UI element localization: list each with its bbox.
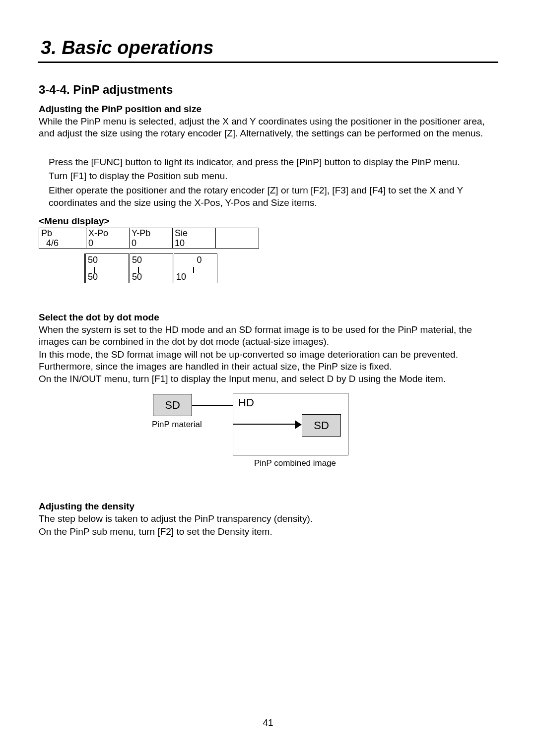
connector-line <box>192 405 233 406</box>
arrow-line <box>233 424 297 425</box>
menu-limit: 50 <box>88 272 127 282</box>
menu-limit: 50 <box>88 255 127 265</box>
menu-cell: 10 <box>175 238 185 248</box>
adjust-pos-body: While the PinP menu is selected, adjust … <box>38 116 498 139</box>
hd-label: HD <box>238 396 254 409</box>
menu-cell: Sie <box>175 228 188 238</box>
density-p1: The step below is taken to adjust the Pi… <box>38 513 498 525</box>
menu-cell: X-Po <box>88 228 108 238</box>
dbd-p1: When the system is set to the HD mode an… <box>38 324 498 348</box>
menu-limit: 0 <box>176 255 215 265</box>
density-heading: Adjusting the density <box>38 501 498 512</box>
step-3: Either operate the positioner and the ro… <box>49 185 498 209</box>
dbd-p2: In this mode, the SD format image will n… <box>38 349 498 373</box>
page-number: 41 <box>0 717 536 728</box>
menu-limit: 10 <box>176 272 215 282</box>
pinp-material-label: PinP material <box>152 420 202 430</box>
sd-source-box: SD <box>153 394 192 416</box>
step-1: Press the [FUNC] button to light its ind… <box>49 156 498 169</box>
step-2: Turn [F1] to display the Position sub me… <box>49 170 498 183</box>
dbd-heading: Select the dot by dot mode <box>38 312 498 323</box>
menu-cell: 0 <box>132 238 136 248</box>
dbd-p3: On the IN/OUT menu, turn [F1] to display… <box>38 373 498 385</box>
menu-limit: 50 <box>132 272 171 282</box>
menu-display-label: <Menu display> <box>38 216 498 227</box>
menu-cell: Pb <box>41 228 52 238</box>
menu-limit: 50 <box>132 255 171 265</box>
menu-cell: Y-Pb <box>132 228 150 238</box>
density-p2: On the PinP sub menu, turn [F2] to set t… <box>38 526 498 538</box>
menu-cell: 4/6 <box>46 238 59 248</box>
pinp-combined-label: PinP combined image <box>254 458 336 468</box>
menu-cell: 0 <box>88 238 93 248</box>
section-title: 3-4-4. PinP adjustments <box>38 83 498 97</box>
arrow-head-icon <box>295 420 302 429</box>
adjust-pos-heading: Adjusting the PinP position and size <box>38 104 498 115</box>
sd-inset-box: SD <box>302 414 341 437</box>
menu-display-table: Pb 4/6 X-Po 0 Y-Pb 0 Sie 10 <box>38 228 498 283</box>
step-block: Press the [FUNC] button to light its ind… <box>38 156 498 209</box>
dbd-diagram: SD HD SD PinP material PinP combined ima… <box>153 393 498 472</box>
chapter-title: 3. Basic operations <box>38 37 498 63</box>
